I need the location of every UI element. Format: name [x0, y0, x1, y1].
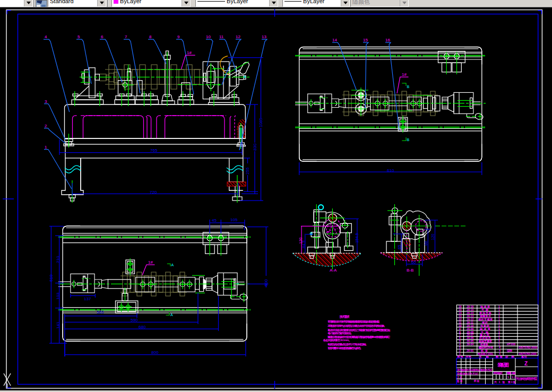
svg-text:设计(签名) (年月日) 标准化: 设计(签名) (年月日) 标准化 — [456, 368, 480, 372]
svg-text:4: 4 — [45, 34, 47, 39]
svg-text:批准: 批准 — [456, 380, 462, 383]
svg-text:2. 装配前所有零件必须清洗洁净, 配合表面不得有损伤和锈蚀: 2. 装配前所有零件必须清洗洁净, 配合表面不得有损伤和锈蚀现象。 — [327, 324, 386, 328]
svg-text:255: 255 — [245, 167, 250, 175]
svg-text:GB/T5782-2000: GB/T5782-2000 — [519, 346, 537, 349]
svg-text:765: 765 — [150, 148, 158, 153]
svg-text:比例: 比例 — [512, 371, 515, 375]
svg-text:800: 800 — [151, 350, 159, 355]
svg-text:1:2: 1:2 — [512, 376, 516, 379]
svg-text:B: B — [407, 85, 410, 89]
svg-text:3: 3 — [45, 99, 47, 104]
svg-text:105: 105 — [230, 217, 238, 222]
svg-text:7. 全部外露加工表面涂防锈油, 颜色为淡灰色。: 7. 全部外露加工表面涂防锈油, 颜色为淡灰色。 — [327, 346, 363, 350]
svg-text:1. 不完整齿轮分齿卡住时不得开机 检查各润滑点, 所有运动: 1. 不完整齿轮分齿卡住时不得开机 检查各润滑点, 所有运动副必须加足润滑油脂。 — [327, 320, 381, 324]
svg-text:60: 60 — [411, 260, 416, 265]
svg-text:154.5: 154.5 — [355, 233, 359, 243]
svg-text:A: A — [171, 263, 174, 267]
svg-text:HT200: HT200 — [507, 343, 515, 346]
svg-text:6: 6 — [101, 34, 104, 39]
svg-text:备注: 备注 — [521, 355, 528, 359]
svg-text:320: 320 — [97, 310, 104, 315]
svg-text:5: 5 — [77, 34, 80, 39]
svg-text:B: B — [407, 138, 410, 142]
svg-text:137: 137 — [84, 297, 91, 301]
svg-text:120: 120 — [430, 233, 435, 240]
svg-text:装配图: 装配图 — [497, 362, 509, 368]
svg-text:210: 210 — [56, 256, 61, 263]
svg-text:(签名) (年月日): (签名) (年月日) — [480, 368, 493, 372]
svg-text:数量: 数量 — [506, 371, 511, 374]
svg-text:590: 590 — [131, 318, 138, 323]
svg-text:8: 8 — [149, 34, 152, 39]
svg-text:510: 510 — [49, 274, 54, 282]
svg-text:1#: 1# — [148, 260, 153, 265]
svg-text:13: 13 — [262, 34, 266, 39]
svg-text:2: 2 — [45, 124, 47, 128]
svg-text:技术要求: 技术要求 — [339, 315, 350, 319]
svg-text:10: 10 — [206, 34, 211, 39]
svg-text:45: 45 — [212, 218, 217, 223]
svg-text:12: 12 — [236, 34, 240, 39]
svg-text:7: 7 — [125, 34, 127, 39]
svg-text:1085: 1085 — [258, 118, 263, 127]
svg-text:830: 830 — [253, 143, 257, 151]
svg-text:各处间隙调整至±0.1mm。: 各处间隙调整至±0.1mm。 — [323, 338, 351, 342]
svg-text:A: A — [170, 313, 173, 317]
svg-text:JX-01: JX-01 — [467, 349, 474, 352]
svg-text:Q235: Q235 — [507, 349, 512, 352]
svg-text:16: 16 — [385, 38, 390, 42]
svg-text:A-A: A-A — [330, 268, 337, 273]
svg-text:阶段标记: 阶段标记 — [494, 371, 503, 375]
svg-text:序号: 序号 — [457, 355, 464, 359]
svg-text:1#: 1# — [402, 72, 407, 77]
svg-text:103: 103 — [56, 292, 61, 300]
svg-text:第 1 张: 第 1 张 — [507, 380, 515, 384]
svg-text:工艺: 工艺 — [456, 376, 462, 379]
svg-text:610: 610 — [387, 168, 394, 173]
svg-text:680: 680 — [139, 325, 146, 329]
svg-text:共 1 张: 共 1 张 — [494, 380, 505, 384]
svg-text:4. 各个紧固件拧紧, 不得有松动。: 4. 各个紧固件拧紧, 不得有松动。 — [327, 332, 353, 335]
svg-text:84.5: 84.5 — [301, 240, 306, 248]
svg-text:1: 1 — [45, 145, 47, 150]
svg-text:141: 141 — [56, 321, 61, 329]
svg-text:材 料: 材 料 — [505, 355, 515, 359]
svg-text:1: 1 — [507, 376, 509, 379]
svg-text:500: 500 — [264, 279, 269, 286]
svg-text:河北科技师范学院: 河北科技师范学院 — [515, 377, 537, 381]
svg-text:B-B: B-B — [407, 268, 413, 273]
svg-text:14: 14 — [332, 38, 337, 42]
svg-text:阶段: 阶段 — [474, 379, 479, 382]
svg-text:审核(签名)(年月日): 审核(签名)(年月日) — [457, 372, 478, 376]
svg-text:1#: 1# — [187, 50, 192, 55]
svg-text:Z: Z — [524, 361, 528, 367]
svg-text:15: 15 — [363, 38, 368, 42]
svg-text:65: 65 — [397, 245, 402, 249]
svg-text:720: 720 — [150, 190, 157, 195]
svg-text:88: 88 — [424, 241, 428, 246]
svg-text:9: 9 — [177, 34, 180, 39]
svg-text:11: 11 — [219, 34, 224, 39]
svg-text:JX-04: JX-04 — [467, 343, 474, 346]
